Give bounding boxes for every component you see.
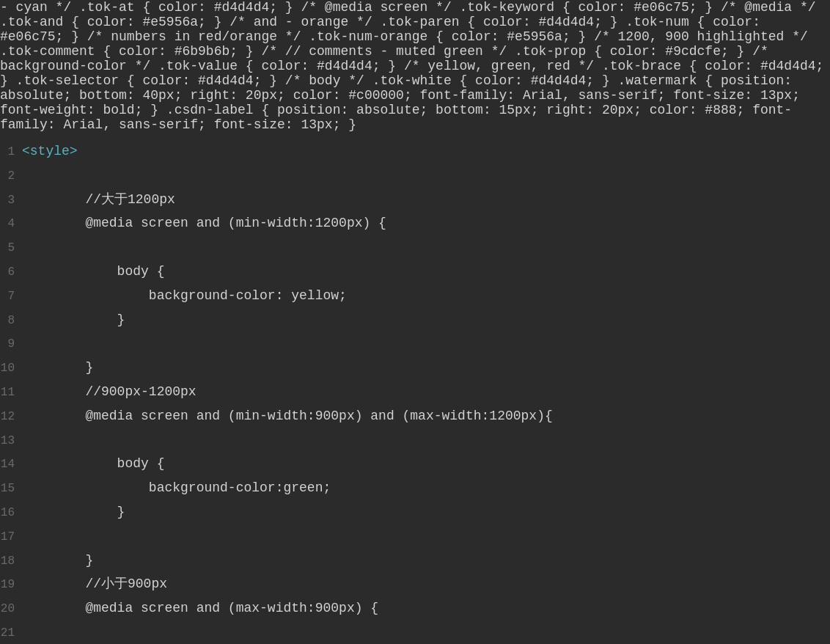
code-line: 18 } <box>0 549 830 573</box>
line-content: background-color:green; <box>22 477 830 499</box>
line-number: 18 <box>0 552 22 571</box>
line-number: 7 <box>0 288 22 307</box>
line-content: <style> <box>22 141 830 162</box>
line-number: 15 <box>0 480 22 499</box>
token: //900px-1200px <box>22 384 197 399</box>
code-block: 1<style>2 3 //大于1200px4 @media screen an… <box>0 132 830 644</box>
token: px) { <box>347 216 386 230</box>
code-line: 14 body { <box>0 452 830 476</box>
token: body { <box>22 264 164 279</box>
token: and <box>197 601 220 615</box>
line-number: 2 <box>0 167 22 186</box>
code-line: 11 //900px-1200px <box>0 380 830 404</box>
line-number: 3 <box>0 191 22 211</box>
line-content: @media screen and (min-width:1200px) { <box>22 213 830 234</box>
code-line: 7 background-color: yellow; <box>0 284 830 308</box>
token: } <box>22 553 93 568</box>
token: px){ <box>521 409 553 423</box>
line-content: } <box>22 310 830 331</box>
token: body { <box>22 456 164 471</box>
line-content: } <box>22 550 830 571</box>
token: } <box>22 312 125 327</box>
line-content: background-color: yellow; <box>22 285 830 307</box>
line-number: 1 <box>0 143 22 162</box>
line-number: 13 <box>0 432 22 451</box>
line-content: @media screen and (max-width:900px) { <box>22 598 830 619</box>
line-content <box>22 430 830 451</box>
token: and <box>197 216 220 230</box>
line-content <box>22 237 830 258</box>
code-line: 13 <box>0 428 830 453</box>
token: 900 <box>315 409 339 423</box>
line-content: //大于1200px <box>22 189 830 211</box>
token: @media screen <box>22 409 197 423</box>
code-line: 10 } <box>0 356 830 380</box>
line-content: @media screen and (min-width:900px) and … <box>22 406 830 427</box>
line-content: body { <box>22 453 830 475</box>
token: background-color: yellow; <box>22 288 347 303</box>
code-line: 15 background-color:green; <box>0 476 830 500</box>
token: 1200 <box>315 216 347 230</box>
token: //大于1200px <box>22 192 175 207</box>
token: background-color:green; <box>22 480 331 495</box>
line-number: 10 <box>0 359 22 378</box>
token: (min-width: <box>220 216 315 230</box>
line-content: //900px-1200px <box>22 381 830 403</box>
token: (max-width: <box>220 601 315 615</box>
line-content: } <box>22 502 830 523</box>
code-line: 2 <box>0 164 830 188</box>
token: } <box>22 505 125 519</box>
token: @media screen <box>22 601 197 615</box>
code-line: 16 } <box>0 500 830 524</box>
token: <style> <box>22 144 78 158</box>
line-number: 8 <box>0 312 22 331</box>
token: px) { <box>339 601 378 615</box>
line-number: 4 <box>0 215 22 234</box>
code-line: 21 <box>0 621 830 644</box>
code-line: 12 @media screen and (min-width:900px) a… <box>0 404 830 428</box>
code-line: 1<style> <box>0 139 830 164</box>
token: (max-width: <box>394 409 490 423</box>
token: (min-width: <box>220 409 315 423</box>
code-line: 5 <box>0 235 830 260</box>
line-content <box>22 622 830 643</box>
code-line: 3 //大于1200px <box>0 188 830 212</box>
line-number: 17 <box>0 528 22 547</box>
line-number: 11 <box>0 384 22 403</box>
code-line: 6 body { <box>0 260 830 284</box>
line-number: 21 <box>0 624 22 643</box>
line-number: 14 <box>0 455 22 475</box>
line-number: 12 <box>0 408 22 427</box>
token: and <box>370 409 394 423</box>
line-content: //小于900px <box>22 574 830 595</box>
line-content: } <box>22 357 830 378</box>
token: and <box>197 409 220 423</box>
line-number: 9 <box>0 335 22 354</box>
code-line: 8 } <box>0 308 830 332</box>
token: } <box>22 360 93 375</box>
token: 1200 <box>489 409 521 423</box>
line-content <box>22 165 830 186</box>
code-line: 4 @media screen and (min-width:1200px) { <box>0 211 830 235</box>
line-content: body { <box>22 261 830 282</box>
line-number: 19 <box>0 576 22 595</box>
code-line: 19 //小于900px <box>0 572 830 596</box>
code-line: 9 <box>0 332 830 356</box>
token: 900 <box>315 601 339 615</box>
token: //小于900px <box>22 577 167 591</box>
line-number: 16 <box>0 504 22 523</box>
token: px) <box>339 409 370 423</box>
code-line: 17 <box>0 524 830 549</box>
line-number: 20 <box>0 600 22 619</box>
line-content <box>22 333 830 354</box>
line-number: 6 <box>0 263 22 282</box>
code-line: 20 @media screen and (max-width:900px) { <box>0 596 830 621</box>
line-content <box>22 526 830 547</box>
line-number: 5 <box>0 239 22 258</box>
token: @media screen <box>22 216 197 230</box>
